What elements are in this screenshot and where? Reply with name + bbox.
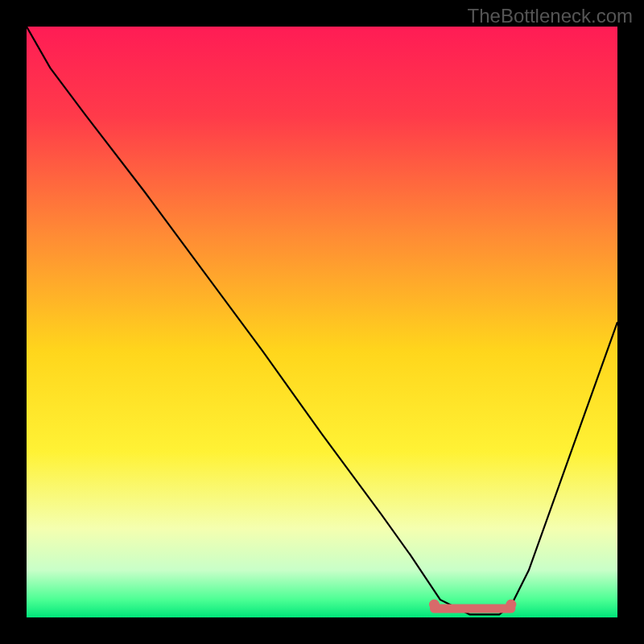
gradient-background bbox=[27, 27, 617, 617]
plot-area bbox=[27, 27, 617, 617]
band-marker-left bbox=[429, 599, 440, 609]
bottleneck-chart bbox=[27, 27, 617, 617]
watermark-text: TheBottleneck.com bbox=[468, 5, 633, 27]
band-marker-right bbox=[506, 599, 516, 609]
